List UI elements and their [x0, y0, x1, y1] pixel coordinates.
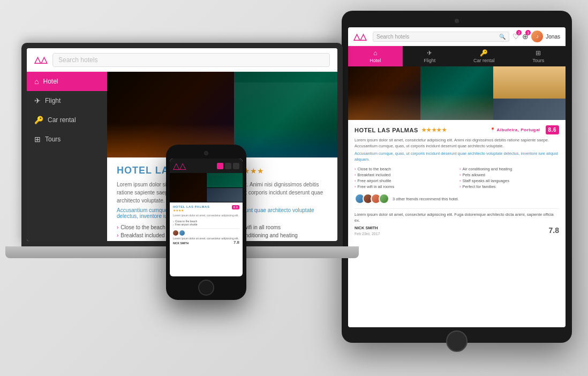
laptop-car-label: Car rental [48, 116, 76, 124]
phone-nav-dots [217, 163, 239, 169]
tablet-hotel-icon: ⌂ [350, 49, 401, 57]
tablet-friends-text: 3 other friends recommend this hotel. [393, 197, 459, 201]
tablet-hero-1 [348, 66, 420, 120]
tablet-user-avatar[interactable]: J [531, 31, 543, 42]
tablet-header-icons: ♡2 ⊕3 J Jonas [512, 31, 560, 42]
phone-review-avatars [173, 230, 239, 236]
phone-reviewer-name: NICK SMITH [173, 242, 189, 245]
phone-amenity-2: Free airport shuttle [173, 223, 239, 226]
tablet-flight-icon: ✈ [405, 49, 455, 57]
laptop-flight-label: Flight [45, 97, 61, 104]
tablet-search-bar[interactable]: Search hotels 🔍 [373, 32, 509, 42]
phone-review-avatar-1 [173, 230, 178, 236]
tablet-friend-avatars [355, 193, 389, 204]
phone-hero-3 [207, 188, 243, 202]
tablet-favorites-icon[interactable]: ♡2 [512, 32, 519, 41]
laptop-search-placeholder: Search hotels [58, 56, 97, 64]
phone-home-button[interactable] [198, 280, 214, 296]
laptop-search-bar[interactable]: Search hotels [52, 53, 330, 67]
phone-review: Lorem ipsum dolor sit amet, consectetur … [173, 228, 239, 247]
tablet-search-icon: 🔍 [499, 34, 506, 40]
tablet-reviewer-date: Feb 23rd, 2017 [355, 231, 380, 237]
laptop-hero-right [234, 72, 338, 157]
scene: △△ Search hotels 🔍 ♡2 ⊕3 J Jonas [0, 0, 588, 376]
tablet-hotel-score: 8.6 [546, 125, 559, 134]
laptop-car-icon: 🔑 [34, 116, 43, 124]
laptop-sidebar-tours[interactable]: ⊞ Tours [27, 130, 107, 149]
tablet-device: △△ Search hotels 🔍 ♡2 ⊕3 J Jonas [342, 11, 572, 343]
tablet-hero-2 [420, 66, 493, 120]
phone-content: 8.6 HOTEL LAS PALMAS ★★★★ Lorem ipsum do… [170, 202, 243, 249]
tablet-logo: △△ [353, 32, 366, 42]
tablet-hotel-header: HOTEL LAS PALMAS ★★★★★ 📍 Albufeira, Port… [355, 125, 559, 134]
tablet-camera [455, 19, 459, 23]
laptop-sidebar-flight[interactable]: ✈ Flight [27, 91, 107, 110]
phone-review-text: Lorem ipsum dolor sit amet, consectetur … [173, 237, 239, 240]
tablet-amenity-8: Perfect for families [459, 184, 559, 189]
tablet-reviewer-row: NICK SMITH Feb 23rd, 2017 7.8 [355, 225, 559, 236]
tablet-nav-carrental[interactable]: 🔑 Car rental [457, 46, 511, 66]
tablet-hero-3 [493, 66, 566, 120]
tablet-nav-tours[interactable]: ⊞ Tours [511, 46, 566, 66]
laptop-tours-icon: ⊞ [34, 135, 41, 144]
phone-device: △△ 8.6 HOTEL LAS PALMAS ★★★★ Lorem ip [166, 145, 246, 300]
laptop-topbar: △△ Search hotels [27, 48, 337, 72]
tablet-user-initial: J [536, 34, 538, 39]
tablet-hotel-name: HOTEL LAS PALMAS [355, 127, 418, 133]
phone-review-avatar-2 [179, 230, 185, 236]
tablet-amenity-7: Staff speaks all languages [459, 178, 559, 183]
phone-hero-2 [207, 173, 243, 187]
tablet-nav: ⌂ Hotel ✈ Flight 🔑 Car rental ⊞ Tours [348, 46, 566, 66]
tablet-home-button[interactable] [446, 330, 468, 352]
tablet-username: Jonas [546, 34, 560, 40]
mountain-sky [493, 66, 566, 99]
tablet-review: Lorem ipsum dolor sit amet, consectetur … [355, 208, 559, 236]
laptop-hotel-icon: ⌂ [34, 77, 39, 86]
tablet-tours-label: Tours [532, 58, 544, 63]
phone-hero-1 [170, 173, 206, 202]
tablet-hotel-location: 📍 Albufeira, Portugal [490, 127, 540, 132]
laptop-pool-umbrellas [234, 82, 338, 125]
tablet-content: HOTEL LAS PALMAS ★★★★★ 📍 Albufeira, Port… [348, 120, 566, 242]
phone-reviewer-row: NICK SMITH 7.8 [173, 240, 239, 245]
phone-description: Lorem ipsum dolor sit amet, consectetur … [173, 214, 239, 217]
phone-nav-dot-2 [225, 163, 231, 169]
phone-nav-dot-3 [233, 163, 239, 169]
phone-topbar: △△ [170, 159, 243, 173]
pool-lights-1 [348, 93, 420, 120]
laptop-hotel-label: Hotel [43, 78, 58, 85]
tablet-amenity-1: Close to the beach [355, 167, 454, 171]
laptop-flight-icon: ✈ [34, 96, 41, 105]
phone-amenities: Close to the beach Free airport shuttle [173, 220, 239, 226]
tablet-tours-icon: ⊞ [514, 49, 564, 57]
phone-logo: △△ [173, 161, 186, 171]
tablet-nav-flight[interactable]: ✈ Flight [403, 46, 457, 66]
laptop-logo: △△ [34, 55, 47, 65]
tablet-car-icon: 🔑 [459, 49, 509, 57]
tablet-nav-hotel[interactable]: ⌂ Hotel [348, 46, 403, 66]
pool-lights-2 [420, 93, 493, 120]
laptop-sidebar-hotel[interactable]: ⌂ Hotel [27, 72, 107, 91]
tablet-review-text: Lorem ipsum dolor sit amet, consectetur … [355, 212, 554, 223]
phone-screen: △△ 8.6 HOTEL LAS PALMAS ★★★★ Lorem ip [170, 159, 243, 276]
tablet-hotel-stars: ★★★★★ [421, 127, 447, 133]
tablet-reviewer-name: NICK SMITH [355, 225, 380, 231]
tablet-hotel-label: Hotel [370, 58, 381, 63]
tablet-amenity-4: Free wifi in all rooms [355, 184, 454, 189]
tablet-reviewer-info: NICK SMITH Feb 23rd, 2017 [355, 225, 380, 236]
tablet-amenity-5: Air conditioning and heating [459, 167, 559, 171]
tablet-description-2[interactable]: Accusantium cumque, quas, ut corporis in… [355, 151, 559, 162]
tablet-topbar: △△ Search hotels 🔍 ♡2 ⊕3 J Jonas [348, 27, 566, 46]
tablet-amenities: Close to the beach Air conditioning and … [355, 167, 559, 189]
tablet-cart-icon[interactable]: ⊕3 [522, 32, 529, 41]
laptop-sidebar: ⌂ Hotel ✈ Flight 🔑 Car rental ⊞ [27, 72, 107, 241]
tablet-amenity-2: Breakfast included [355, 172, 454, 177]
tablet-search-placeholder: Search hotels [376, 34, 409, 40]
tablet-flight-label: Flight [424, 58, 435, 63]
phone-camera [204, 151, 208, 155]
tablet-screen: △△ Search hotels 🔍 ♡2 ⊕3 J Jonas [348, 27, 566, 327]
phone-score: 8.6 [232, 205, 239, 209]
laptop-tours-label: Tours [45, 136, 61, 143]
phone-hero [170, 173, 243, 202]
laptop-sidebar-car[interactable]: 🔑 Car rental [27, 110, 107, 130]
